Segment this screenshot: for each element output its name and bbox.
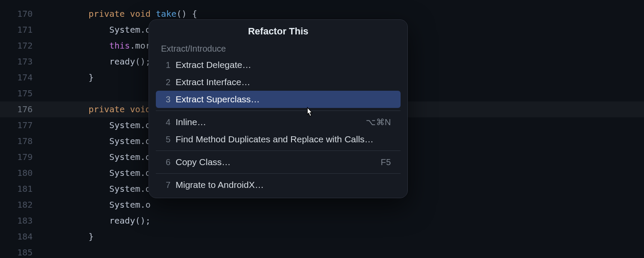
code-token [47,56,109,67]
menu-item-number: 7 [163,180,176,190]
gutter-line-number: 184 [0,229,47,245]
menu-item[interactable]: 2Extract Interface… [156,74,401,91]
menu-item-label: Extract Superclass… [176,94,391,104]
code-token [47,9,88,19]
menu-item[interactable]: 5Find Method Duplicates and Replace with… [156,131,401,148]
code-token: System.o [109,120,151,130]
code-token [47,152,109,162]
menu-item[interactable]: 4Inline…⌥⌘N [156,114,401,131]
menu-item-number: 3 [163,95,176,104]
gutter-line-number: 181 [0,181,47,197]
gutter-line-number: 172 [0,38,47,54]
popup-items: 1Extract Delegate…2Extract Interface…3Ex… [149,56,407,194]
menu-item-label: Find Method Duplicates and Replace with … [176,134,391,144]
gutter-line-number: 171 [0,22,47,38]
menu-item-number: 5 [163,135,176,144]
popup-section-header: Extract/Introduce [149,44,407,56]
code-token [47,168,109,178]
code-token: take [156,9,176,19]
code-token: System.o [109,136,151,146]
code-token: private [88,9,130,19]
menu-separator [156,173,401,174]
gutter-line-number: 178 [0,133,47,149]
menu-item[interactable]: 6Copy Class…F5 [156,154,401,171]
code-token: System.o [109,200,151,210]
code-token [47,72,88,83]
gutter-line-number: 175 [0,86,47,101]
menu-item-number: 6 [163,157,176,167]
code-token [47,25,109,35]
code-token: .mor [130,40,151,51]
menu-item-number: 1 [163,60,176,70]
gutter-line-number: 183 [0,213,47,229]
menu-item-shortcut: ⌥⌘N [366,117,391,127]
gutter-line-number: 170 [0,6,47,22]
menu-item[interactable]: 1Extract Delegate… [156,56,401,74]
gutter-line-number: 179 [0,149,47,165]
code-token: this [109,40,130,51]
gutter: 1701711721731741751761771781791801811821… [0,0,47,258]
code-token [47,136,109,146]
code-token [47,200,109,210]
code-token: void [130,9,156,19]
gutter-line-number: 176 [0,101,47,117]
code-token: } [88,231,94,242]
menu-item-number: 2 [163,77,176,87]
gutter-line-number: 185 [0,245,47,258]
code-line: ready(); [47,213,644,229]
menu-separator [156,111,401,111]
code-line [47,245,644,258]
popup-title: Refactor This [149,20,407,44]
gutter-line-number: 174 [0,70,47,86]
code-token: System.o [109,25,151,35]
menu-item-number: 4 [163,117,176,127]
code-token: ready(); [109,215,151,226]
code-token: System.o [109,152,151,162]
menu-item-label: Copy Class… [176,157,381,167]
code-token: () { [176,9,197,19]
code-token: System.o [109,168,151,178]
code-token: void [130,104,151,114]
menu-item-label: Migrate to AndroidX… [176,180,391,190]
gutter-line-number: 173 [0,54,47,70]
code-token: System.o [109,184,151,194]
menu-item-label: Extract Interface… [176,77,391,87]
code-line: } [47,229,644,245]
code-token [47,215,109,226]
menu-item-label: Extract Delegate… [176,60,391,70]
code-token [47,104,88,114]
code-token: private [88,104,130,114]
gutter-line-number: 177 [0,117,47,133]
refactor-popup: Refactor This Extract/Introduce 1Extract… [149,19,408,198]
code-token [47,120,109,130]
menu-item-label: Inline… [176,117,366,127]
menu-item[interactable]: 7Migrate to AndroidX… [156,176,401,194]
code-token: ready(); [109,56,151,67]
menu-item-shortcut: F5 [381,157,391,167]
code-line: System.o [47,197,644,213]
gutter-line-number: 180 [0,165,47,181]
code-token [47,231,88,242]
code-token [47,184,109,194]
code-token [47,40,109,51]
code-token: } [88,72,94,83]
menu-item[interactable]: 3Extract Superclass… [156,91,401,108]
menu-separator [156,150,401,151]
gutter-line-number: 182 [0,197,47,213]
